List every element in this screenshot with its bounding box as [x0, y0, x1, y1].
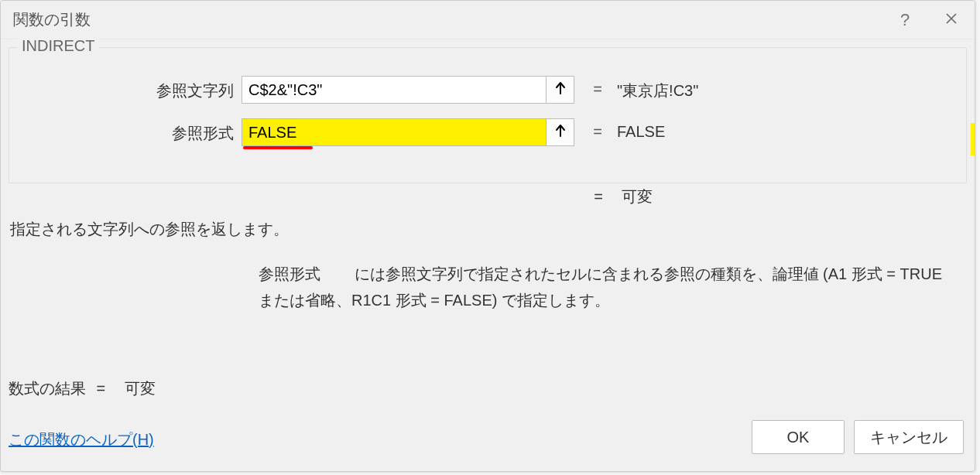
arrow-up-icon [554, 124, 567, 142]
argument-description-name: 参照形式 [259, 261, 344, 287]
cancel-button[interactable]: キャンセル [854, 420, 964, 454]
close-icon [945, 11, 958, 29]
param-row-a1: 参照形式 = FALSE [9, 117, 966, 148]
param-evaluated-ref_text: "東京店!C3" [617, 80, 698, 101]
function-arguments-dialog: 関数の引数 ? INDIRECT 参照文字列 = [0, 0, 975, 472]
param-label-a1: 参照形式 [172, 123, 234, 144]
param-input-wrap-a1 [242, 118, 574, 146]
equals-sign: = [97, 380, 106, 397]
equals-sign: = [591, 188, 606, 206]
equals-sign: = [590, 123, 605, 141]
overall-evaluation-row: = 可変 [591, 186, 653, 207]
param-input-wrap-ref_text [242, 76, 574, 104]
formula-result-row: 数式の結果 = 可変 [9, 378, 156, 399]
equals-sign: = [590, 80, 605, 98]
overall-evaluation-value: 可変 [622, 188, 653, 205]
param-input-ref_text[interactable] [242, 77, 546, 103]
arrow-up-icon [554, 81, 567, 99]
titlebar: 関数の引数 ? [1, 1, 975, 39]
param-input-a1[interactable] [242, 119, 546, 145]
highlight-underline [243, 146, 313, 149]
collapse-dialog-button[interactable] [546, 77, 574, 103]
function-description: 指定される文字列への参照を返します。 [10, 219, 289, 240]
formula-result-value: 可変 [125, 380, 156, 397]
formula-result-label: 数式の結果 [9, 380, 86, 397]
dialog-title: 関数の引数 [13, 9, 882, 30]
function-name-legend: INDIRECT [17, 37, 99, 55]
close-button[interactable] [928, 1, 975, 39]
collapse-dialog-button-2[interactable] [546, 119, 574, 145]
help-icon: ? [900, 10, 910, 30]
param-row-ref_text: 参照文字列 = "東京店!C3" [9, 74, 966, 105]
function-group: INDIRECT 参照文字列 = "東京店!C3" 参照形式 [9, 47, 967, 183]
argument-description: 参照形式 には参照文字列で指定されたセルに含まれる参照の種類を、論理値 (A1 … [259, 261, 959, 313]
argument-description-text: には参照文字列で指定されたセルに含まれる参照の種類を、論理値 (A1 形式 = … [259, 265, 942, 309]
function-help-link[interactable]: この関数のヘルプ(H) [9, 429, 154, 450]
dialog-buttons: OK キャンセル [752, 420, 964, 454]
param-evaluated-a1: FALSE [617, 123, 665, 141]
param-label-ref_text: 参照文字列 [156, 80, 234, 101]
help-button[interactable]: ? [882, 1, 928, 39]
edge-highlight [971, 123, 975, 155]
ok-button[interactable]: OK [752, 420, 845, 454]
